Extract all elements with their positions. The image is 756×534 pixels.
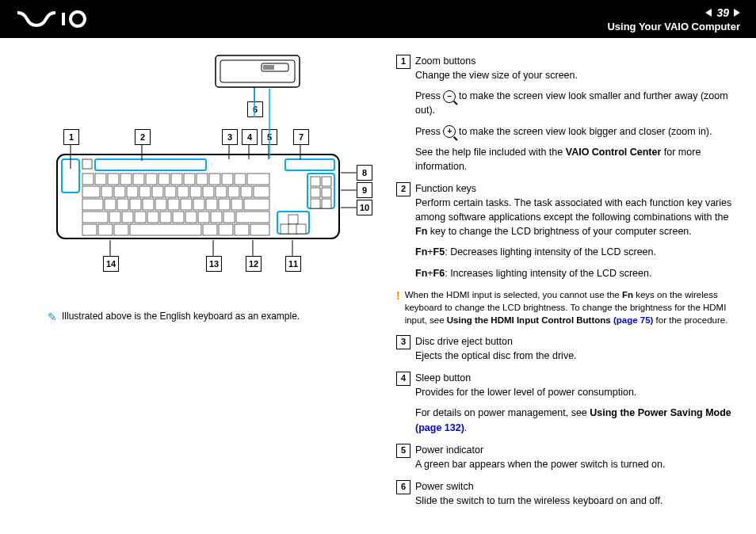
content: 6 1 2 3 4 5 7 8 9 10 11 12 13 14 [0,38,756,534]
item-3: 3Disc drive eject buttonEjects the optic… [396,334,732,363]
svg-rect-34 [165,186,176,197]
svg-rect-61 [173,212,184,223]
callout-13: 13 [206,256,222,272]
svg-rect-75 [288,215,298,224]
svg-rect-26 [235,174,246,185]
item-number: 2 [396,182,410,196]
svg-rect-31 [127,186,138,197]
callout-7: 7 [293,129,309,145]
callout-12: 12 [246,256,262,272]
item-1: 1Zoom buttonsChange the view size of you… [396,54,732,174]
svg-rect-28 [82,186,100,197]
header-right: 39 Using Your VAIO Computer [607,6,740,32]
page-header: 39 Using Your VAIO Computer [0,0,756,38]
callout-4: 4 [242,129,258,145]
item-body: Disc drive eject buttonEjects the optica… [415,334,732,363]
svg-rect-0 [62,13,65,25]
item-text: See the help file included with the VAIO… [415,145,732,174]
svg-rect-18 [133,174,144,185]
item-6: 6Power switchSlide the switch to turn th… [396,479,732,508]
svg-rect-19 [146,174,157,185]
item-5: 5Power indicatorA green bar appears when… [396,443,732,471]
item-2: 2Function keysPerform certain tasks. The… [396,181,732,280]
zoom-in-icon: + [443,125,456,138]
item-text: Fn+F6: Increases lighting intensity of t… [415,266,732,280]
svg-rect-49 [181,199,192,210]
svg-rect-15 [95,174,106,185]
callout-8: 8 [357,165,372,181]
warning-icon: ! [396,288,400,326]
svg-rect-22 [184,174,195,185]
callout-3: 3 [222,129,238,145]
svg-rect-43 [105,199,116,210]
next-page-icon[interactable] [734,9,740,17]
right-column: 1Zoom buttonsChange the view size of you… [396,54,732,516]
svg-rect-80 [322,177,331,186]
svg-rect-50 [193,199,204,210]
item-text: Power switchSlide the switch to turn the… [415,479,732,508]
callout-5: 5 [262,129,277,145]
svg-rect-57 [122,212,133,223]
svg-rect-51 [206,199,217,210]
item-number: 5 [396,444,410,458]
svg-rect-70 [130,224,201,235]
svg-rect-66 [236,212,269,223]
item-number: 4 [396,372,410,386]
zoom-out-icon: − [443,90,456,103]
item-text: Fn+F5: Decreases lighting intensity of t… [415,245,732,259]
svg-rect-56 [109,212,120,223]
svg-rect-27 [247,174,269,185]
item-text: Press − to make the screen view look sma… [415,89,732,117]
svg-rect-42 [82,199,103,210]
note-icon: ✎ [48,311,57,323]
svg-rect-55 [82,212,108,223]
svg-rect-24 [209,174,220,185]
warning-note: !When the HDMI input is selected, you ca… [396,288,732,326]
left-column: 6 1 2 3 4 5 7 8 9 10 11 12 13 14 [48,54,365,516]
svg-rect-62 [185,212,197,223]
item-number: 3 [396,335,410,349]
item-text: Sleep buttonProvides for the lower level… [415,371,732,399]
svg-point-1 [71,12,85,26]
svg-rect-83 [311,199,320,208]
callout-9: 9 [357,182,372,198]
svg-rect-32 [139,186,151,197]
svg-rect-39 [228,186,239,197]
svg-rect-46 [143,199,154,210]
svg-rect-54 [244,199,269,210]
svg-rect-20 [158,174,170,185]
item-text: Function keysPerform certain tasks. The … [415,181,732,239]
svg-rect-64 [211,212,222,223]
item-body: Sleep buttonProvides for the lower level… [415,371,732,435]
svg-rect-35 [178,186,189,197]
svg-rect-53 [231,199,242,210]
svg-rect-5 [263,65,274,70]
page-number: 39 [716,6,729,19]
item-text: Disc drive eject buttonEjects the optica… [415,334,732,363]
warning-text: When the HDMI input is selected, you can… [405,288,732,326]
svg-rect-36 [190,186,201,197]
item-body: Power switchSlide the switch to turn the… [415,479,732,508]
svg-rect-52 [219,199,230,210]
svg-rect-71 [203,224,217,235]
svg-rect-45 [130,199,141,210]
svg-rect-78 [296,224,306,234]
svg-rect-30 [114,186,125,197]
item-text: Zoom buttonsChange the view size of your… [415,54,732,82]
svg-rect-25 [222,174,233,185]
callout-10: 10 [357,200,372,216]
item-body: Zoom buttonsChange the view size of your… [415,54,732,174]
item-number: 1 [396,55,410,69]
svg-rect-13 [82,159,92,169]
svg-rect-60 [160,212,171,223]
svg-rect-48 [168,199,179,210]
callout-6: 6 [247,101,263,117]
keyboard-illustration [55,153,341,242]
svg-rect-81 [311,188,320,197]
item-text: Power indicatorA green bar appears when … [415,443,732,471]
prev-page-icon[interactable] [705,9,712,17]
callout-11: 11 [285,256,301,272]
svg-rect-17 [120,174,132,185]
header-title: Using Your VAIO Computer [607,21,740,32]
svg-rect-63 [198,212,209,223]
